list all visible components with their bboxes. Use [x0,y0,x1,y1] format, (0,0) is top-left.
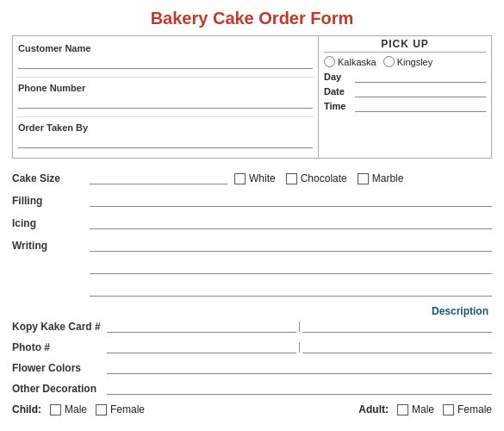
extra-input-2[interactable] [90,283,492,297]
child-male-item[interactable]: Male [50,403,87,415]
marble-checkbox[interactable] [358,173,369,184]
white-checkbox[interactable] [234,173,246,184]
photo-input-left[interactable] [107,340,296,353]
photo-divider: | [296,340,302,353]
location-radio-row: Kalkaska Kingsley [324,56,486,67]
adult-male-checkbox[interactable] [397,404,408,415]
writing-row: Writing [12,238,492,252]
cake-size-input[interactable] [90,171,227,184]
day-input[interactable] [355,71,486,83]
phone-number-row: Phone Number [16,78,314,117]
day-label: Day [324,72,352,82]
kalkaska-radio[interactable] [324,56,335,67]
kingsley-label: Kingsley [397,57,433,67]
cake-size-label: Cake Size [12,172,90,184]
extra-input-1[interactable] [90,260,492,274]
pickup-header: PICK UP [324,38,486,53]
phone-number-input[interactable] [18,95,313,109]
customer-name-label: Customer Name [18,43,313,53]
flower-colors-input[interactable] [107,360,492,374]
kopy-kake-row: Kopy Kake Card # | [12,319,492,333]
customer-name-input[interactable] [18,55,313,69]
white-label: White [249,172,276,184]
other-decoration-row: Other Decoration [12,381,492,395]
day-row: Day [324,71,486,83]
icing-row: Icing [12,216,492,229]
pickup-section: PICK UP Kalkaska Kingsley Day Date Time [319,36,491,158]
child-male-label: Male [65,403,87,415]
main-form: Cake Size White Chocolate Marble Filling… [12,171,492,297]
cake-size-row: Cake Size White Chocolate Marble [12,171,492,184]
photo-row: Photo # | [12,340,492,353]
photo-label: Photo # [12,341,107,353]
chocolate-checkbox[interactable] [286,173,297,184]
time-label: Time [324,101,352,111]
date-input[interactable] [355,85,486,97]
adult-male-item[interactable]: Male [397,403,434,415]
order-taken-input[interactable] [18,134,313,148]
kalkaska-radio-group[interactable]: Kalkaska [324,56,376,67]
marble-label: Marble [372,172,404,184]
time-input[interactable] [355,100,486,112]
order-taken-label: Order Taken By [18,122,313,133]
chocolate-checkbox-item[interactable]: Chocolate [286,172,347,184]
extra-line-2 [12,283,492,297]
customer-name-row: Customer Name [16,38,314,78]
phone-number-label: Phone Number [18,83,313,93]
flower-colors-label: Flower Colors [12,362,107,374]
filling-row: Filling [12,193,492,207]
kalkaska-label: Kalkaska [338,57,376,67]
other-decoration-input[interactable] [107,381,492,395]
date-row: Date [324,85,486,97]
extra-line-1 [12,260,492,274]
page-title: Bakery Cake Order Form [12,9,492,28]
icing-label: Icing [12,217,90,229]
top-section: Customer Name Phone Number Order Taken B… [12,35,492,159]
white-checkbox-item[interactable]: White [234,172,276,184]
bottom-section: Child: Male Female Adult: Male Female [12,403,492,415]
kopy-kake-input-right[interactable] [302,319,492,333]
adult-male-label: Male [412,403,434,415]
photo-input-right[interactable] [302,340,492,353]
kingsley-radio-group[interactable]: Kingsley [383,56,433,67]
adult-female-item[interactable]: Female [443,403,492,415]
kopy-kake-input-left[interactable] [107,319,296,333]
pickup-date-time: Day Date Time [324,71,486,112]
time-row: Time [324,100,486,112]
kopy-kake-divider: | [296,320,302,333]
filling-input[interactable] [90,193,492,207]
adult-female-checkbox[interactable] [443,404,454,415]
other-decoration-label: Other Decoration [12,383,107,395]
marble-checkbox-item[interactable]: Marble [358,172,404,184]
icing-input[interactable] [90,216,492,229]
filling-label: Filling [12,195,90,207]
customer-info-section: Customer Name Phone Number Order Taken B… [13,36,319,158]
date-label: Date [324,86,352,97]
child-label: Child: [12,403,41,415]
child-male-checkbox[interactable] [50,404,61,415]
description-header: Description [12,305,492,317]
writing-input[interactable] [90,238,492,252]
child-female-item[interactable]: Female [96,403,145,415]
adult-female-label: Female [457,403,492,415]
adult-label: Adult: [358,403,389,415]
writing-label: Writing [12,240,90,252]
child-female-checkbox[interactable] [96,404,107,415]
chocolate-label: Chocolate [301,172,347,184]
order-taken-row: Order Taken By [16,117,314,156]
flower-colors-row: Flower Colors [12,360,492,374]
cake-type-group: White Chocolate Marble [234,172,403,184]
description-section: Description Kopy Kake Card # | Photo # |… [12,305,492,395]
kopy-kake-label: Kopy Kake Card # [12,321,107,333]
kingsley-radio[interactable] [383,56,395,67]
child-female-label: Female [110,403,145,415]
